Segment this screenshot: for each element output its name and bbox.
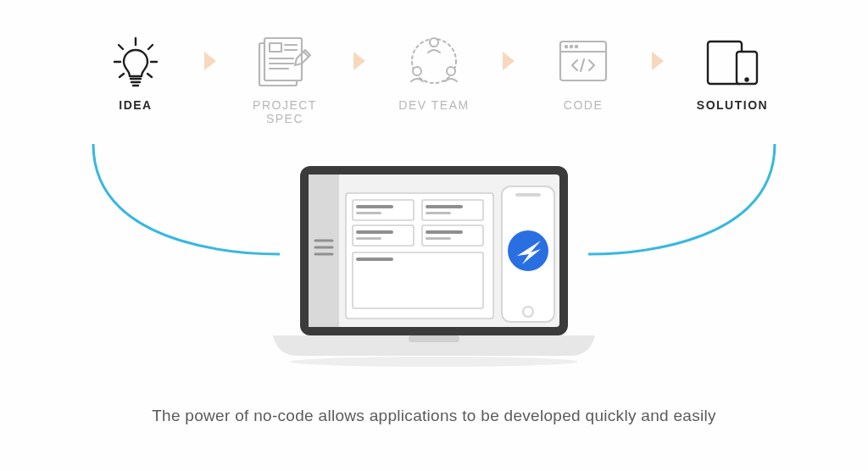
step-project-spec: PROJECT SPEC (234, 30, 336, 125)
svg-rect-50 (426, 237, 451, 240)
step-idea: IDEA (85, 30, 186, 112)
svg-rect-34 (309, 175, 339, 327)
step-label: IDEA (119, 98, 152, 112)
svg-line-4 (119, 45, 123, 49)
svg-point-31 (746, 79, 748, 81)
chevron-right-icon (497, 49, 520, 73)
svg-point-21 (413, 67, 421, 75)
chevron-right-icon (348, 49, 371, 73)
step-label: CODE (564, 98, 603, 112)
svg-point-20 (430, 38, 438, 47)
svg-line-9 (147, 74, 152, 77)
svg-point-22 (447, 67, 455, 75)
svg-line-28 (581, 59, 584, 71)
svg-rect-40 (356, 205, 393, 208)
svg-rect-57 (409, 335, 459, 342)
step-solution: SOLUTION (682, 30, 783, 112)
svg-point-58 (290, 357, 578, 367)
lightbulb-icon (107, 30, 164, 90)
svg-rect-43 (426, 205, 463, 208)
svg-rect-47 (356, 237, 381, 240)
step-label: SOLUTION (697, 98, 768, 112)
svg-rect-52 (356, 258, 393, 261)
chevron-right-icon (198, 49, 222, 73)
step-code: CODE (532, 30, 634, 112)
step-label: DEV TEAM (398, 98, 469, 112)
svg-rect-49 (426, 230, 463, 234)
svg-line-8 (120, 74, 124, 77)
chevron-right-icon (646, 49, 670, 73)
svg-rect-44 (426, 212, 451, 214)
svg-point-25 (565, 46, 567, 47)
svg-point-27 (576, 46, 577, 47)
svg-rect-46 (356, 230, 393, 234)
svg-rect-41 (356, 212, 381, 214)
team-icon (401, 30, 467, 90)
laptop-illustration (256, 161, 612, 385)
step-label: PROJECT SPEC (234, 98, 336, 125)
code-window-icon (554, 30, 613, 90)
document-spec-icon (254, 30, 315, 90)
svg-rect-54 (515, 193, 541, 197)
process-flow: IDEA PROJEC (0, 30, 868, 125)
svg-point-26 (570, 46, 572, 47)
caption-text: The power of no-code allows applications… (0, 407, 868, 425)
devices-icon (701, 30, 764, 90)
svg-line-5 (148, 45, 153, 49)
step-dev-team: DEV TEAM (383, 30, 485, 112)
